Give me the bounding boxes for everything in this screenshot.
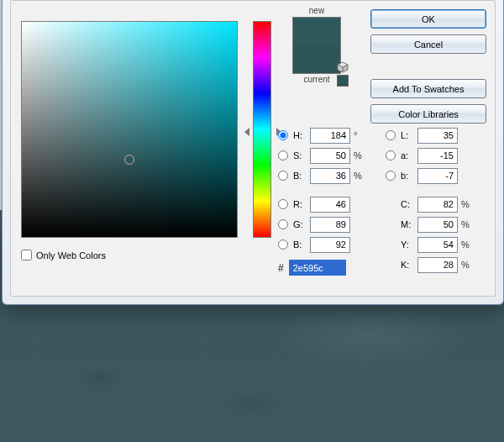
- only-web-colors-checkbox[interactable]: [21, 250, 32, 260]
- g-radio[interactable]: [278, 219, 288, 229]
- hex-row: #: [278, 260, 346, 276]
- hue-strip[interactable]: [253, 21, 271, 238]
- bv-radio[interactable]: [278, 171, 288, 181]
- only-web-colors[interactable]: Only Web Colors: [21, 250, 106, 260]
- saturation-value-field[interactable]: [21, 21, 238, 238]
- l-row: L:: [386, 125, 486, 145]
- lab-b-radio[interactable]: [386, 171, 396, 181]
- b-label: B:: [293, 239, 307, 250]
- h-unit: °: [354, 130, 365, 140]
- m-row: M: %: [386, 214, 486, 234]
- cancel-button[interactable]: Cancel: [370, 34, 486, 54]
- a-row: a:: [386, 145, 486, 166]
- s-unit: %: [354, 150, 365, 160]
- c-label: C:: [401, 199, 414, 209]
- new-label: new: [283, 6, 350, 15]
- y-input[interactable]: [417, 237, 458, 253]
- r-radio[interactable]: [278, 199, 288, 209]
- cube-icon[interactable]: [337, 61, 349, 73]
- g-row: G:: [278, 214, 379, 234]
- lab-b-input[interactable]: [417, 168, 458, 184]
- c-row: C: %: [386, 194, 486, 214]
- bv-input[interactable]: [310, 168, 350, 184]
- g-label: G:: [293, 219, 307, 229]
- s-row: S: %: [278, 145, 379, 166]
- bv-unit: %: [354, 171, 365, 181]
- b-row: B:: [278, 234, 379, 255]
- add-to-swatches-button[interactable]: Add To Swatches: [370, 79, 486, 98]
- bv-row: B: %: [278, 166, 379, 186]
- s-label: S:: [293, 150, 307, 160]
- lab-cmyk-column: L: a: b: C: %: [386, 125, 486, 275]
- h-label: H:: [293, 130, 307, 140]
- h-radio[interactable]: [278, 130, 288, 140]
- c-unit: %: [461, 199, 473, 209]
- lab-b-row: b:: [386, 166, 486, 186]
- y-label: Y:: [401, 239, 414, 250]
- a-radio[interactable]: [386, 150, 396, 160]
- cube-icon-group: [337, 61, 349, 87]
- ok-button[interactable]: OK: [370, 9, 486, 29]
- hue-slider-left-icon: [244, 128, 249, 136]
- r-row: R:: [278, 194, 379, 214]
- h-row: H: °: [278, 125, 379, 145]
- m-unit: %: [461, 219, 473, 229]
- nearest-web-swatch[interactable]: [337, 75, 349, 87]
- preview-swatch[interactable]: [292, 17, 341, 74]
- hex-input[interactable]: [289, 260, 346, 276]
- current-color-swatch: [293, 45, 340, 73]
- l-input[interactable]: [417, 128, 458, 144]
- g-input[interactable]: [310, 217, 350, 233]
- h-input[interactable]: [310, 128, 350, 144]
- b-input[interactable]: [310, 237, 350, 253]
- k-unit: %: [461, 260, 473, 270]
- a-label: a:: [401, 150, 414, 160]
- r-input[interactable]: [310, 197, 350, 213]
- button-column: OK Cancel Add To Swatches Color Librarie…: [370, 9, 486, 124]
- k-label: K:: [401, 260, 414, 270]
- l-radio[interactable]: [386, 130, 396, 140]
- new-color-swatch: [293, 18, 340, 45]
- b-radio[interactable]: [278, 239, 288, 250]
- s-radio[interactable]: [278, 150, 288, 160]
- k-row: K: %: [386, 255, 486, 275]
- m-input[interactable]: [417, 217, 458, 233]
- y-row: Y: %: [386, 234, 486, 255]
- y-unit: %: [461, 239, 473, 250]
- color-libraries-button[interactable]: Color Libraries: [370, 104, 486, 124]
- lab-b-label: b:: [401, 171, 414, 181]
- l-label: L:: [401, 130, 414, 140]
- bv-label: B:: [293, 171, 307, 181]
- k-input[interactable]: [417, 257, 458, 273]
- m-label: M:: [401, 219, 414, 229]
- hash-label: #: [278, 262, 284, 274]
- r-label: R:: [293, 199, 307, 209]
- color-picker-dialog: Pick a solid color: new current: [2, 0, 504, 305]
- s-input[interactable]: [310, 148, 350, 164]
- c-input[interactable]: [417, 197, 458, 213]
- a-input[interactable]: [417, 148, 458, 164]
- hsb-rgb-column: H: ° S: % B: % R:: [278, 125, 379, 255]
- only-web-colors-label: Only Web Colors: [36, 250, 106, 260]
- sv-cursor-icon: [124, 155, 134, 165]
